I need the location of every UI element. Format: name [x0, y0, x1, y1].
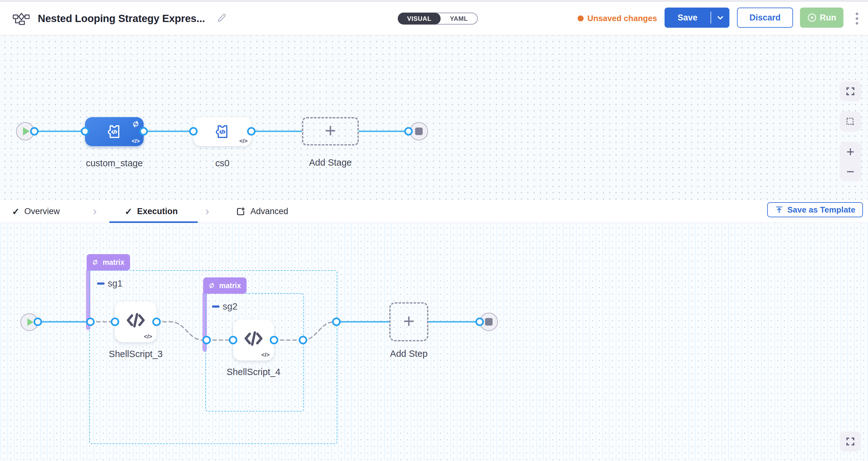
zoom-in-button[interactable]: + — [840, 142, 861, 161]
matrix-badge-sg1[interactable]: matrix — [87, 254, 130, 271]
code-badge-icon: </> — [144, 334, 152, 340]
plus-icon: + — [325, 121, 336, 140]
marquee-select-icon — [845, 117, 856, 127]
stage-label-cs0: cs0 — [178, 158, 267, 168]
save-split-button: Save — [664, 7, 730, 28]
edit-pipeline-name-button[interactable] — [215, 12, 228, 26]
save-as-template-label: Save as Template — [787, 205, 856, 215]
shell-script-icon — [124, 309, 147, 332]
zoom-out-button[interactable]: − — [840, 161, 861, 181]
step-group-name: sg2 — [223, 301, 238, 312]
code-badge-icon: </> — [261, 352, 270, 358]
step-label-shellscript-4: ShellScript_4 — [214, 367, 293, 377]
pipeline-header: Nested Looping Strategy Expres... VISUAL… — [0, 2, 868, 35]
active-tab-underline — [109, 221, 198, 223]
stage-node-cs0[interactable]: </> — [193, 117, 251, 146]
discard-button[interactable]: Discard — [737, 7, 793, 28]
advanced-settings-icon — [236, 207, 246, 217]
plus-icon: + — [403, 311, 414, 331]
step-label-shellscript-3: ShellScript_3 — [96, 349, 176, 359]
step-node-shellscript-4[interactable]: </> — [233, 319, 274, 361]
more-options-button[interactable] — [850, 10, 864, 27]
play-icon — [27, 318, 33, 326]
matrix-badge-sg2[interactable]: matrix — [203, 277, 247, 294]
stage-tab-bar: ✓ Overview › ✓ Execution › Advanced Save… — [0, 200, 868, 223]
stage-canvas[interactable]: </> custom_stage </> cs0 + Add Stage — [0, 35, 868, 200]
toggle-visual[interactable]: VISUAL — [398, 12, 441, 25]
add-stage-label: Add Stage — [286, 157, 374, 168]
multi-select-button[interactable] — [840, 112, 861, 132]
step-group-name: sg1 — [108, 278, 123, 289]
unsaved-changes-indicator: Unsaved changes — [578, 2, 657, 35]
stage-label-custom-stage: custom_stage — [70, 158, 158, 168]
pipeline-title: Nested Looping Strategy Expres... — [38, 12, 205, 25]
play-circle-icon — [807, 13, 817, 22]
add-stage-button[interactable]: + — [302, 117, 359, 146]
save-options-button[interactable] — [711, 7, 730, 28]
collapse-handle[interactable] — [212, 305, 219, 308]
step-group-sg1-header: sg1 — [97, 278, 123, 289]
check-icon: ✓ — [125, 206, 132, 217]
step-group-sg2-header: sg2 — [212, 301, 238, 312]
fullscreen-button[interactable] — [840, 81, 861, 101]
loop-icon — [208, 281, 216, 290]
collapse-handle[interactable] — [97, 282, 104, 285]
visual-yaml-toggle: VISUAL YAML — [398, 12, 478, 25]
check-icon: ✓ — [12, 206, 20, 217]
stage-end-node — [410, 122, 428, 141]
custom-stage-icon — [214, 123, 230, 140]
zoom-controls: + − — [840, 142, 861, 181]
fullscreen-icon — [845, 436, 856, 447]
unsaved-changes-label: Unsaved changes — [587, 13, 657, 23]
toggle-yaml[interactable]: YAML — [441, 13, 477, 24]
loop-icon — [91, 258, 99, 267]
chevron-right-icon: › — [205, 205, 209, 218]
code-badge-icon: </> — [132, 138, 140, 145]
chevron-down-icon — [716, 13, 725, 22]
execution-canvas[interactable]: matrix sg1 matrix sg2 </> — [0, 223, 868, 461]
stop-icon — [415, 127, 423, 135]
tab-overview[interactable]: ✓ Overview — [12, 200, 60, 223]
unsaved-dot-icon — [578, 16, 584, 22]
tab-advanced-label: Advanced — [250, 207, 288, 216]
step-node-shellscript-3[interactable]: </> — [115, 301, 157, 342]
matrix-badge-label: matrix — [103, 258, 124, 267]
run-label: Run — [820, 13, 836, 23]
add-step-button[interactable]: + — [389, 302, 428, 341]
save-button[interactable]: Save — [664, 7, 711, 28]
looping-strategy-icon — [131, 119, 141, 129]
pipeline-icon — [12, 12, 30, 26]
execution-end-node — [480, 313, 498, 331]
upload-icon — [775, 205, 784, 214]
code-badge-icon: </> — [239, 138, 248, 145]
add-step-label: Add Step — [371, 348, 446, 359]
fullscreen-icon — [845, 86, 856, 96]
matrix-badge-label: matrix — [219, 281, 241, 290]
execution-start-node — [21, 313, 38, 331]
run-button[interactable]: Run — [800, 7, 843, 28]
stage-node-custom-stage[interactable]: </> — [85, 117, 144, 146]
tab-advanced[interactable]: Advanced — [236, 200, 288, 223]
custom-stage-icon — [106, 123, 123, 140]
save-as-template-button[interactable]: Save as Template — [767, 202, 863, 217]
shell-script-icon — [242, 327, 265, 350]
chevron-right-icon: › — [93, 205, 97, 218]
tab-execution-label: Execution — [137, 207, 178, 216]
stage-start-node — [16, 122, 34, 141]
play-icon — [23, 127, 30, 135]
tab-overview-label: Overview — [24, 207, 60, 216]
canvas-fullscreen-button[interactable] — [840, 431, 861, 452]
pipeline-studio: Nested Looping Strategy Expres... VISUAL… — [0, 0, 868, 461]
pencil-icon — [216, 12, 227, 23]
tab-execution[interactable]: ✓ Execution — [125, 200, 178, 223]
stop-icon — [485, 318, 493, 326]
